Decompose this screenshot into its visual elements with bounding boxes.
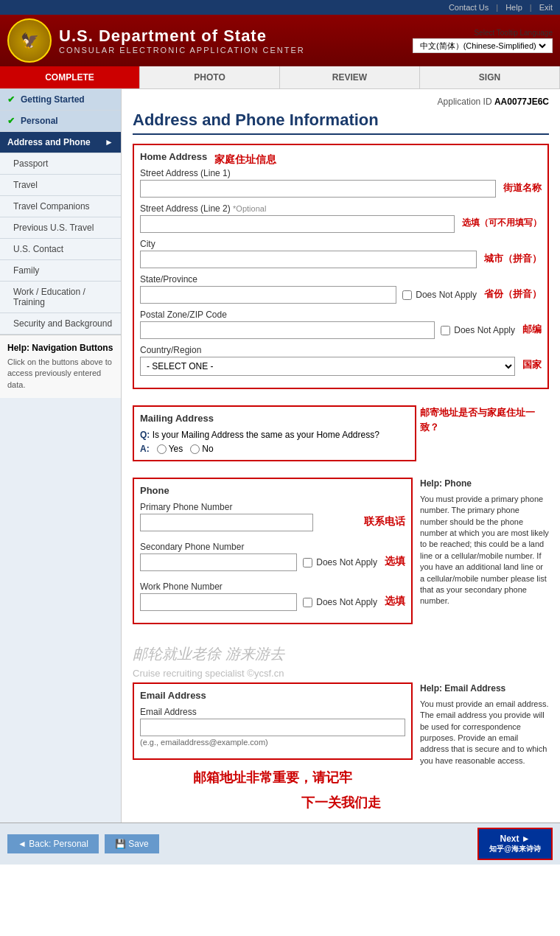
sidebar-item-work-education[interactable]: Work / Education / Training <box>0 282 121 313</box>
watermark-area: 邮轮就业老徐 游来游去 Cruise recruiting specialist… <box>133 640 549 679</box>
back-button[interactable]: ◄ Back: Personal <box>7 834 99 853</box>
state-does-not-apply-checkbox[interactable] <box>402 290 412 300</box>
state-annotation: 省份（拼音） <box>484 274 542 301</box>
header: 🦅 U.S. Department of State CONSULAR ELEC… <box>0 15 560 66</box>
street1-annotation: 街道名称 <box>503 168 542 195</box>
street2-annotation: 选填（可不用填写） <box>462 203 542 229</box>
secondary-phone-label: Secondary Phone Number <box>140 542 377 552</box>
mailing-no-radio[interactable] <box>190 444 200 454</box>
next-button[interactable]: Next ► 知乎@海来诗诗 <box>477 828 553 860</box>
language-selector-area: Select Tooltip Language 中文(简体）(Chinese-S… <box>413 29 553 53</box>
home-address-section: Home Address 家庭住址信息 Street Address (Line… <box>133 144 549 389</box>
street2-input[interactable] <box>140 215 455 233</box>
street1-label: Street Address (Line 1) <box>140 168 496 178</box>
sidebar-item-previous-travel[interactable]: Previous U.S. Travel <box>0 217 121 239</box>
email-section: Email Address Email Address (e.g., email… <box>133 682 413 760</box>
home-address-annotation: 家庭住址信息 <box>214 153 276 167</box>
email-row: Email Address Email Address (e.g., email… <box>133 682 549 790</box>
watermark-text2: Cruise recruiting specialist ©ycsf.cn <box>133 668 549 679</box>
sub-title: CONSULAR ELECTRONIC APPLICATION CENTER <box>59 46 305 55</box>
sidebar-item-travel-companions[interactable]: Travel Companions <box>0 196 121 217</box>
content-area: ✔ Getting Started ✔ Personal Address and… <box>0 89 560 823</box>
language-select[interactable]: 中文(简体）(Chinese-Simplified) <box>417 41 548 51</box>
contact-link[interactable]: Contact Us <box>449 3 489 12</box>
watermark-text1: 邮轮就业老徐 游来游去 <box>133 640 549 668</box>
email-help-box: Help: Email Address You must provide an … <box>420 682 549 790</box>
page-title: Address and Phone Information <box>133 111 549 135</box>
street2-label: Street Address (Line 2) *Optional <box>140 203 455 214</box>
app-id: AA0077JE6C <box>494 97 549 107</box>
phone-row: Phone Primary Phone Number 联系电话 Secondar… <box>133 478 549 633</box>
sidebar-help: Help: Navigation Buttons Click on the bu… <box>0 335 121 398</box>
postal-input[interactable] <box>140 321 435 339</box>
exit-link[interactable]: Exit <box>539 3 553 12</box>
save-button[interactable]: 💾 Save <box>105 834 159 853</box>
city-label: City <box>140 239 477 249</box>
email-help-title: Help: Email Address <box>420 682 549 695</box>
city-input[interactable] <box>140 251 477 268</box>
help-link[interactable]: Help <box>505 3 522 12</box>
state-input[interactable] <box>140 286 396 304</box>
department-name: U.S. Department of State <box>59 27 305 46</box>
mailing-address-row: Mailing Address Q: Is your Mailing Addre… <box>133 405 549 470</box>
phone-help-box: Help: Phone You must provide a primary p… <box>420 478 549 633</box>
street1-field: Street Address (Line 1) <box>140 168 496 198</box>
primary-phone-input[interactable] <box>140 514 313 531</box>
email-input[interactable] <box>140 719 405 736</box>
secondary-phone-input[interactable] <box>140 553 297 571</box>
country-label: Country/Region <box>140 345 515 355</box>
tooltip-lang-label: Select Tooltip Language <box>413 29 553 37</box>
country-select[interactable]: - SELECT ONE - <box>140 357 515 376</box>
primary-phone-label: Primary Phone Number <box>140 502 357 512</box>
bottom-annotation: 下一关我们走 <box>133 794 549 811</box>
sidebar-item-address-phone[interactable]: Address and Phone ► <box>0 132 121 153</box>
city-field: City <box>140 239 477 268</box>
phone-help-title: Help: Phone <box>420 478 549 490</box>
sidebar-item-us-contact[interactable]: U.S. Contact <box>0 239 121 260</box>
tab-review[interactable]: REVIEW <box>280 66 420 88</box>
app-id-bar: Application ID AA0077JE6C <box>133 97 549 107</box>
mailing-annotation-side: 邮寄地址是否与家庭住址一致？ <box>420 405 549 470</box>
tab-sign[interactable]: SIGN <box>420 66 560 88</box>
work-phone-annotation: 选填 <box>385 581 405 608</box>
logo: 🦅 <box>7 18 52 63</box>
nav-tabs: COMPLETE PHOTO REVIEW SIGN <box>0 66 560 89</box>
postal-does-not-apply-checkbox[interactable] <box>441 326 450 335</box>
work-phone-label: Work Phone Number <box>140 581 377 592</box>
city-annotation: 城市（拼音） <box>484 239 542 265</box>
secondary-phone-dna-checkbox[interactable] <box>303 558 312 567</box>
mailing-yes-radio[interactable] <box>157 444 167 454</box>
postal-label: Postal Zone/ZIP Code <box>140 310 515 320</box>
mailing-answer: A: Yes No <box>140 444 409 454</box>
state-field: State/Province Does Not Apply <box>140 274 477 304</box>
sidebar-item-family[interactable]: Family <box>0 260 121 282</box>
main-content: Application ID AA0077JE6C Address and Ph… <box>122 89 560 823</box>
postal-field: Postal Zone/ZIP Code Does Not Apply <box>140 310 515 339</box>
sidebar-help-text: Click on the buttons above to access pre… <box>7 357 113 391</box>
primary-phone-annotation: 联系电话 <box>364 502 405 528</box>
tab-photo[interactable]: PHOTO <box>140 66 280 88</box>
state-label: State/Province <box>140 274 477 284</box>
sidebar-item-personal[interactable]: ✔ Personal <box>0 111 121 132</box>
tab-complete[interactable]: COMPLETE <box>0 66 140 88</box>
secondary-phone-field: Secondary Phone Number Does Not Apply <box>140 542 377 571</box>
street2-field: Street Address (Line 2) *Optional <box>140 203 455 233</box>
work-phone-input[interactable] <box>140 593 297 611</box>
sidebar-item-getting-started[interactable]: ✔ Getting Started <box>0 89 121 111</box>
country-annotation: 国家 <box>522 345 542 371</box>
sidebar-item-security[interactable]: Security and Background <box>0 313 121 335</box>
sidebar-item-travel[interactable]: Travel <box>0 175 121 196</box>
work-phone-field: Work Phone Number Does Not Apply <box>140 581 377 611</box>
email-section-title: Email Address <box>140 690 405 701</box>
language-dropdown-wrapper[interactable]: 中文(简体）(Chinese-Simplified) <box>413 38 553 53</box>
email-hint: (e.g., emailaddress@example.com) <box>140 738 405 747</box>
postal-annotation: 邮编 <box>522 310 542 336</box>
top-bar: Contact Us | Help | Exit <box>0 0 560 15</box>
work-phone-dna-checkbox[interactable] <box>303 598 312 607</box>
sidebar-item-passport[interactable]: Passport <box>0 153 121 175</box>
email-help-text: You must provide an email address. The e… <box>420 699 549 766</box>
mailing-question: Q: Is your Mailing Address the same as y… <box>140 430 409 440</box>
street1-input[interactable] <box>140 180 496 198</box>
primary-phone-field: Primary Phone Number <box>140 502 357 531</box>
home-address-title: Home Address <box>140 151 207 162</box>
